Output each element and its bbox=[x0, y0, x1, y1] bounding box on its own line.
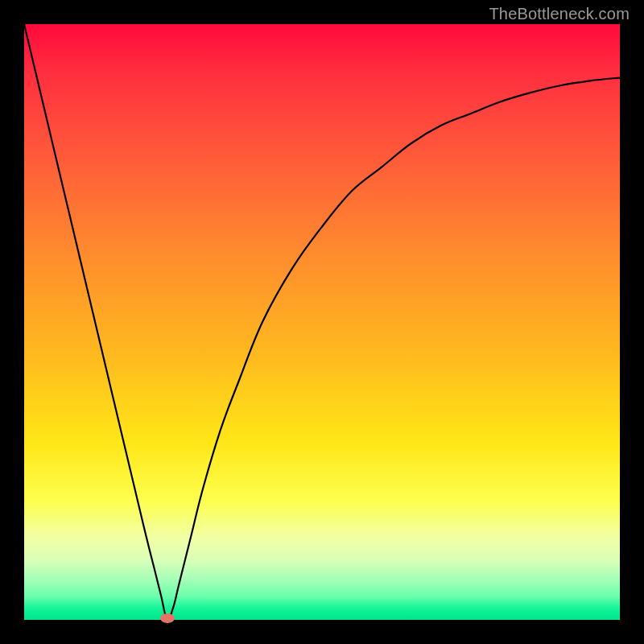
watermark-text: TheBottleneck.com bbox=[489, 5, 630, 23]
plot-area bbox=[24, 24, 620, 620]
curve-svg bbox=[24, 24, 620, 620]
bottleneck-curve bbox=[24, 24, 620, 620]
chart-frame: TheBottleneck.com bbox=[0, 0, 644, 644]
minimum-marker bbox=[160, 613, 175, 623]
